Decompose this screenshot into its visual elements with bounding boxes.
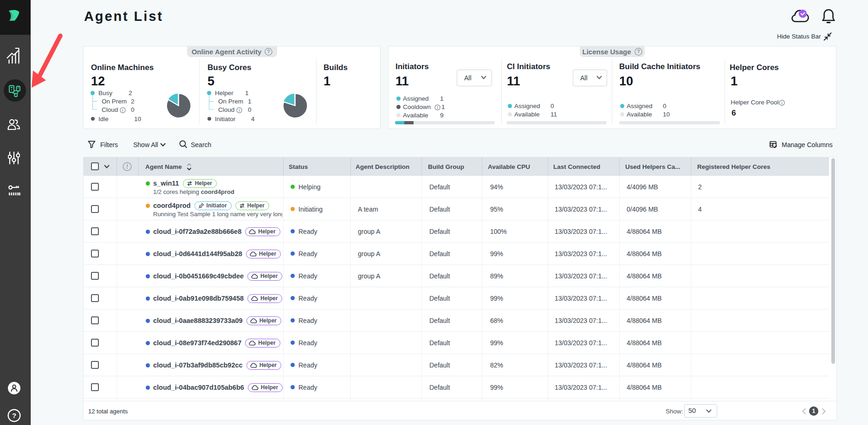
svg-text:?: ?: [267, 49, 270, 54]
svg-text:?: ?: [12, 412, 16, 419]
svg-text:?: ?: [637, 49, 640, 54]
